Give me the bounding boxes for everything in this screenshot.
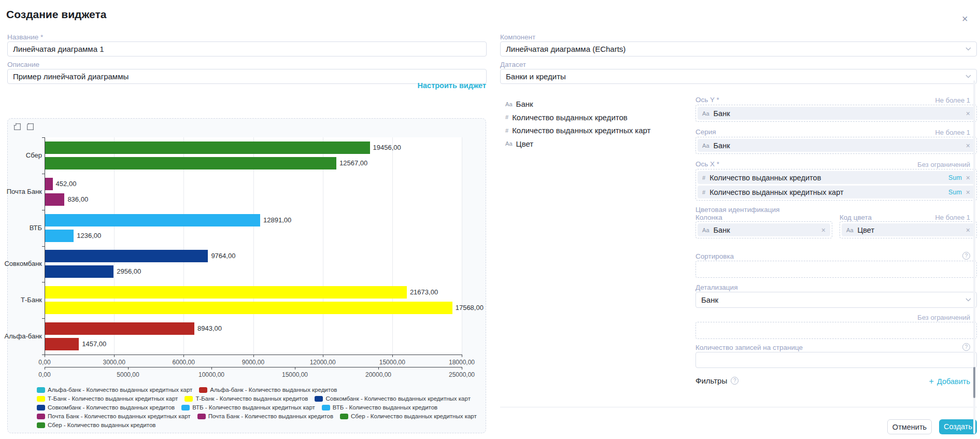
x-axis-tick: [253, 355, 254, 357]
number-type-icon: #: [702, 175, 705, 181]
number-type-icon: #: [505, 114, 508, 120]
x-axis-tick: [462, 367, 462, 370]
bar-value-label: 12891,00: [263, 214, 291, 226]
dataset-field-item[interactable]: АаЦвет: [505, 137, 650, 151]
color-column-dropzone[interactable]: АаБанк×: [695, 221, 832, 238]
x-axis-tick-label: 15000,00: [272, 371, 318, 378]
legend-item[interactable]: ВТБ - Количество выданных кредитных карт: [181, 404, 315, 411]
y-axis-line: [45, 137, 45, 355]
remove-icon[interactable]: ×: [966, 226, 970, 234]
dataset-field-item[interactable]: АаБанк: [505, 97, 650, 111]
page-size-help-icon[interactable]: ?: [962, 343, 970, 351]
remove-icon[interactable]: ×: [966, 141, 970, 150]
page-size-input[interactable]: [695, 352, 977, 368]
legend-item[interactable]: Альфа-банк - Количество выданных кредитн…: [37, 386, 192, 393]
field-chip[interactable]: #Количество выданных кредитных картSum×: [698, 186, 975, 199]
gridline: [392, 137, 393, 355]
legend-item[interactable]: ВТБ - Количество выданных кредитов: [322, 404, 437, 411]
bar: [45, 230, 74, 242]
legend-item[interactable]: Почта Банк - Количество выданных кредитн…: [37, 413, 191, 420]
dataset-field-item[interactable]: #Количество выданных кредитов: [505, 111, 650, 124]
legend-swatch: [37, 414, 45, 419]
legend-item[interactable]: Совкомбанк - Количество выданных кредитн…: [315, 395, 470, 402]
sorting-dropzone[interactable]: [695, 261, 977, 278]
x-axis-tick: [45, 355, 45, 357]
legend-item[interactable]: Почта Банк - Количество выданных кредито…: [197, 413, 333, 420]
series-dropzone[interactable]: АаБанк×: [695, 137, 977, 154]
y-axis-tick: [42, 137, 45, 138]
axis-x-label: Ось X *: [695, 160, 719, 168]
sorting-help-icon[interactable]: ?: [962, 252, 970, 260]
description-input[interactable]: [7, 69, 487, 84]
create-button[interactable]: Создать: [939, 419, 977, 434]
axis-x-dropzone[interactable]: #Количество выданных кредитовSum×#Количе…: [695, 169, 977, 201]
bar-value-label: 8943,00: [197, 322, 222, 335]
legend-swatch: [322, 405, 330, 410]
y-axis-category-label: ВТБ: [30, 223, 42, 233]
detailing-dropzone[interactable]: [695, 322, 977, 339]
legend-item[interactable]: Альфа-банк - Количество выданных кредито…: [199, 386, 337, 393]
axis-y-dropzone[interactable]: АаБанк×: [695, 105, 977, 122]
x-axis-tick-label: 0,00: [21, 371, 68, 378]
bar-value-label: 12567,00: [339, 157, 367, 169]
legend-label: Совкомбанк - Количество выданных кредитн…: [325, 395, 470, 402]
description-label: Описание: [7, 61, 39, 68]
color-column-label: Колонка: [695, 214, 722, 221]
remove-icon[interactable]: ×: [821, 226, 826, 234]
field-chip[interactable]: АаБанк×: [698, 107, 975, 120]
x-axis-tick: [211, 367, 212, 370]
text-type-icon: Аа: [505, 101, 513, 107]
aggregation-badge[interactable]: Sum: [948, 189, 962, 196]
widget-preview-panel: 19456,0012567,00Сбер452,00836,00Почта Ба…: [7, 118, 486, 433]
x-axis-tick-label: 5000,00: [105, 371, 151, 378]
legend-item[interactable]: Т-Банк - Количество выданных кредитов: [184, 395, 308, 402]
page-title: Создание виджета: [6, 8, 106, 21]
gridline: [323, 137, 323, 355]
remove-icon[interactable]: ×: [966, 174, 970, 182]
chip-label: Количество выданных кредитов: [709, 174, 821, 182]
dataset-select[interactable]: Банки и кредиты: [500, 69, 977, 84]
chart-legend: Альфа-банк - Количество выданных кредитн…: [37, 386, 480, 429]
legend-item[interactable]: Совкомбанк - Количество выданных кредито…: [37, 404, 175, 411]
aggregation-badge[interactable]: Sum: [948, 174, 962, 181]
chevron-down-icon: [965, 47, 971, 51]
filters-help-icon[interactable]: ?: [731, 377, 738, 385]
y-axis-tick: [42, 318, 45, 319]
legend-swatch: [181, 405, 190, 410]
name-input[interactable]: [7, 41, 487, 56]
legend-item[interactable]: Сбер - Количество выданных кредитов: [37, 421, 155, 429]
y-axis-category-label: Почта Банк: [7, 187, 42, 196]
field-chip[interactable]: АаБанк×: [698, 223, 830, 236]
dataset-label: Датасет: [500, 61, 526, 68]
close-icon[interactable]: ×: [962, 13, 968, 24]
configure-widget-link[interactable]: Настроить виджет: [418, 81, 486, 90]
number-type-icon: #: [702, 189, 705, 195]
remove-icon[interactable]: ×: [966, 188, 970, 196]
field-chip[interactable]: #Количество выданных кредитовSum×: [698, 171, 975, 184]
field-chip[interactable]: АаЦвет×: [842, 223, 975, 236]
legend-item[interactable]: Т-Банк - Количество выданных кредитных к…: [37, 395, 178, 402]
legend-swatch: [199, 387, 207, 393]
scrollbar-thumb[interactable]: [973, 367, 975, 398]
y-axis-tick: [42, 210, 45, 210]
chip-label: Цвет: [858, 226, 875, 234]
x-axis-tick-label: 18000,00: [438, 359, 485, 366]
legend-label: ВТБ - Количество выданных кредитных карт: [192, 404, 315, 410]
legend-label: Т-Банк - Количество выданных кредитных к…: [48, 395, 178, 402]
add-filter-button[interactable]: + Добавить: [929, 377, 970, 386]
y-axis-category-label: Сбер: [26, 151, 42, 160]
x-axis-tick: [462, 355, 462, 357]
legend-item[interactable]: Сбер - Количество выданных кредитных кар…: [340, 413, 477, 420]
component-select[interactable]: Линейчатая диаграмма (ECharts): [500, 41, 977, 56]
remove-icon[interactable]: ×: [966, 109, 970, 118]
component-value: Линейчатая диаграмма (ECharts): [506, 45, 626, 53]
detailing-select[interactable]: Банк: [695, 292, 977, 308]
color-code-dropzone[interactable]: АаЦвет×: [840, 221, 977, 238]
text-type-icon: Аа: [505, 140, 513, 147]
field-chip[interactable]: АаБанк×: [698, 139, 975, 152]
x-axis-tick-label: 3000,00: [91, 359, 137, 366]
dataset-field-item[interactable]: #Количество выданных кредитных карт: [505, 124, 650, 137]
chip-label: Количество выданных кредитных карт: [709, 188, 843, 196]
cancel-button[interactable]: Отменить: [887, 419, 932, 434]
footer-divider: [500, 407, 977, 407]
